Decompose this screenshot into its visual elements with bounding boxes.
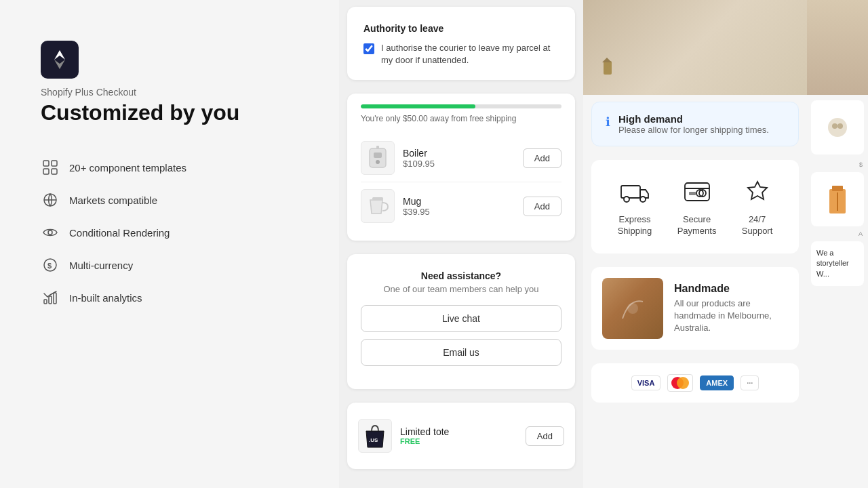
tote-add-button[interactable]: Add xyxy=(526,426,564,446)
assistance-subtitle: One of our team members can help you xyxy=(361,284,561,294)
tote-card: .US Limited tote FREE Add xyxy=(347,403,575,469)
tote-image: .US xyxy=(358,419,392,453)
svg-point-31 xyxy=(832,123,837,129)
analytics-icon xyxy=(41,288,60,307)
feature-currency-label: Multi-currency xyxy=(69,260,133,271)
assistance-card: Need assistance? One of our team members… xyxy=(347,254,575,389)
svg-rect-3 xyxy=(43,169,49,174)
svg-rect-4 xyxy=(52,169,57,174)
svg-rect-10 xyxy=(49,296,52,304)
mug-price: $39.95 xyxy=(403,207,515,217)
assistance-title: Need assistance? xyxy=(361,270,561,281)
feature-templates-label: 20+ component templates xyxy=(69,162,186,174)
svg-point-32 xyxy=(837,123,843,129)
handmade-subtitle: All our products are handmade in Melbour… xyxy=(674,298,788,335)
mug-image xyxy=(361,189,395,223)
top-image-section xyxy=(583,0,807,95)
handmade-title: Handmade xyxy=(674,283,788,295)
features-list: 20+ component templates Markets compatib… xyxy=(41,158,298,307)
left-panel: Shopify Plus Checkout Customized by you … xyxy=(0,0,339,488)
express-shipping-label: ExpressShipping xyxy=(618,214,652,237)
progress-bar-inner xyxy=(361,104,475,108)
email-us-button[interactable]: Email us xyxy=(361,339,561,366)
progress-card: You're only $50.00 away from free shippi… xyxy=(347,94,575,241)
payment-icon xyxy=(682,176,712,206)
checkbox-row: I authorise the courier to leave my parc… xyxy=(363,42,559,66)
product-row-boiler: Boiler $109.95 Add xyxy=(361,134,561,182)
payment-row: VISA AMEX ··· xyxy=(591,363,799,403)
fr-storyteller-text: We a storyteller W... xyxy=(811,241,864,286)
boiler-price: $109.95 xyxy=(403,159,515,169)
feature-support: 24/7Support xyxy=(742,176,773,237)
authority-checkbox[interactable] xyxy=(363,43,374,54)
fr-product-2 xyxy=(811,172,864,226)
progress-text: You're only $50.00 away from free shippi… xyxy=(361,114,561,123)
svg-rect-24 xyxy=(689,192,696,195)
svg-point-30 xyxy=(828,118,847,137)
handmade-content: Handmade All our products are handmade i… xyxy=(674,283,788,335)
svg-point-6 xyxy=(48,230,52,235)
feature-markets: Markets compatible xyxy=(41,190,298,209)
product-row-tote: .US Limited tote FREE Add xyxy=(358,412,564,460)
eye-icon xyxy=(41,223,60,242)
brand-subtitle: Shopify Plus Checkout xyxy=(41,87,298,98)
truck-icon xyxy=(620,176,650,206)
feature-analytics: In-built analytics xyxy=(41,288,298,307)
globe-icon xyxy=(41,190,60,209)
boiler-name: Boiler xyxy=(403,148,515,159)
svg-point-29 xyxy=(677,377,689,389)
svg-point-14 xyxy=(376,160,380,164)
feature-secure-payments: SecurePayments xyxy=(677,176,717,237)
grid-icon xyxy=(41,158,60,177)
far-right-panel: $ A We a storyteller W... xyxy=(807,0,868,488)
right-panel: ℹ High demand Please allow for longer sh… xyxy=(583,0,807,488)
tote-name: Limited tote xyxy=(400,426,517,437)
high-demand-content: High demand Please allow for longer ship… xyxy=(618,113,769,135)
svg-rect-34 xyxy=(832,186,843,191)
authority-checkbox-label: I authorise the courier to leave my parc… xyxy=(381,42,559,66)
shopify-logo-icon xyxy=(41,41,79,79)
mug-info: Mug $39.95 xyxy=(403,196,515,217)
product-row-mug: Mug $39.95 Add xyxy=(361,182,561,230)
feature-analytics-label: In-built analytics xyxy=(69,292,142,304)
mug-add-button[interactable]: Add xyxy=(523,197,561,216)
visa-icon: VISA xyxy=(631,375,661,390)
svg-rect-9 xyxy=(44,300,47,304)
svg-rect-0 xyxy=(41,41,79,79)
svg-point-21 xyxy=(624,197,629,202)
mastercard-icon xyxy=(667,374,693,392)
other-payment-icon: ··· xyxy=(741,375,759,390)
svg-rect-18 xyxy=(604,61,612,75)
feature-conditional: Conditional Rendering xyxy=(41,223,298,242)
amex-icon: AMEX xyxy=(700,375,734,390)
authority-title: Authority to leave xyxy=(363,23,559,34)
svg-point-22 xyxy=(640,197,646,202)
svg-point-27 xyxy=(627,303,638,314)
high-demand-subtitle: Please allow for longer shipping times. xyxy=(618,125,769,135)
boiler-info: Boiler $109.95 xyxy=(403,148,515,169)
currency-icon: $ xyxy=(41,256,60,274)
support-label: 24/7Support xyxy=(742,214,773,237)
live-chat-button[interactable]: Live chat xyxy=(361,305,561,332)
support-icon xyxy=(743,176,772,206)
boiler-add-button[interactable]: Add xyxy=(523,148,561,168)
svg-rect-2 xyxy=(52,161,57,166)
svg-rect-15 xyxy=(376,146,379,149)
svg-text:.US: .US xyxy=(369,437,378,443)
feature-templates: 20+ component templates xyxy=(41,158,298,177)
high-demand-card: ℹ High demand Please allow for longer sh… xyxy=(591,102,799,146)
boiler-image xyxy=(361,141,395,175)
handmade-image xyxy=(602,278,663,339)
handmade-card: Handmade All our products are handmade i… xyxy=(591,267,799,350)
fr-product-1-price: $ xyxy=(807,160,868,169)
progress-bar-outer xyxy=(361,104,561,108)
authority-card: Authority to leave I authorise the couri… xyxy=(347,7,575,80)
fr-top-image xyxy=(807,0,868,95)
mug-name: Mug xyxy=(403,196,515,207)
feature-markets-label: Markets compatible xyxy=(69,195,157,206)
feature-express-shipping: ExpressShipping xyxy=(618,176,652,237)
fr-product-1 xyxy=(811,100,864,155)
svg-rect-1 xyxy=(43,161,49,166)
svg-text:$: $ xyxy=(47,262,52,270)
info-icon: ℹ xyxy=(606,115,610,129)
